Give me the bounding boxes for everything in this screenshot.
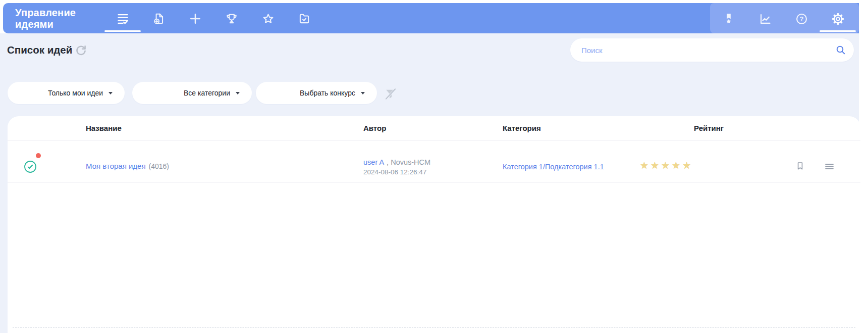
search-button[interactable] bbox=[835, 44, 847, 56]
title-cell: Моя вторая идея(4016) bbox=[86, 140, 363, 170]
app-title: Управление идеями bbox=[15, 7, 98, 30]
idea-title-link[interactable]: Моя вторая идея bbox=[86, 162, 146, 170]
chevron-down-icon bbox=[108, 92, 113, 94]
table-header-row: Название Автор Категория Рейтинг bbox=[8, 116, 860, 140]
filter-off-icon bbox=[384, 95, 398, 103]
category-link[interactable]: Категория 1/Подкатегория 1.1 bbox=[503, 163, 604, 171]
main-nav bbox=[113, 10, 314, 28]
medal-icon bbox=[722, 12, 735, 25]
chevron-down-icon bbox=[236, 92, 240, 94]
search-bar bbox=[570, 38, 854, 62]
document-plus-icon bbox=[152, 12, 166, 25]
nav-achievements[interactable] bbox=[719, 10, 739, 28]
star-icon bbox=[261, 12, 275, 26]
nav-help[interactable]: ? bbox=[791, 10, 811, 28]
menu-icon bbox=[824, 166, 835, 174]
card-bottom-divider bbox=[13, 327, 855, 328]
app-header: Управление идеями bbox=[3, 3, 859, 33]
filter-my-ideas-label: Только мои идеи bbox=[48, 89, 103, 97]
nav-document-add[interactable] bbox=[149, 10, 169, 28]
filter-categories-dropdown[interactable]: Все категории bbox=[132, 82, 252, 104]
svg-text:?: ? bbox=[799, 15, 803, 23]
created-date: 2024-08-06 12:26:47 bbox=[363, 167, 503, 177]
trophy-icon bbox=[225, 12, 238, 25]
row-menu-button[interactable] bbox=[824, 161, 835, 174]
nav-tasks[interactable] bbox=[294, 10, 314, 28]
nav-statistics[interactable] bbox=[755, 10, 775, 28]
table-row: Моя вторая идея(4016) user A, Novus-HCM … bbox=[8, 140, 860, 183]
nav-add-idea[interactable] bbox=[185, 10, 205, 28]
nav-settings[interactable] bbox=[828, 10, 848, 28]
list-check-icon bbox=[116, 12, 130, 26]
category-cell: Категория 1/Подкатегория 1.1 bbox=[503, 140, 636, 171]
search-input[interactable] bbox=[581, 38, 829, 62]
clear-filters-button[interactable] bbox=[384, 87, 398, 101]
ideas-table: Название Автор Категория Рейтинг Моя вто… bbox=[8, 116, 860, 333]
app-window: Управление идеями bbox=[0, 0, 868, 333]
author-link[interactable]: user A bbox=[363, 158, 384, 166]
column-title: Название bbox=[86, 124, 363, 132]
page-title: Список идей bbox=[7, 44, 72, 56]
column-rating: Рейтинг bbox=[636, 124, 737, 132]
author-cell: user A, Novus-HCM 2024-08-06 12:26:47 bbox=[363, 140, 503, 177]
bookmark-icon bbox=[795, 165, 805, 173]
folder-check-icon bbox=[298, 12, 311, 25]
filter-my-ideas-dropdown[interactable]: Только мои идеи bbox=[8, 82, 125, 104]
notification-dot bbox=[36, 153, 41, 158]
filter-categories-label: Все категории bbox=[184, 89, 230, 97]
status-approved-icon bbox=[24, 160, 37, 173]
rating-cell: ★★★★★ bbox=[636, 140, 737, 171]
refresh-icon bbox=[74, 51, 88, 59]
column-category: Категория bbox=[503, 124, 636, 132]
help-icon: ? bbox=[795, 12, 808, 26]
column-author: Автор bbox=[363, 124, 503, 132]
search-icon bbox=[835, 50, 847, 58]
idea-code: (4016) bbox=[149, 162, 169, 170]
status-cell bbox=[8, 140, 86, 183]
plus-icon bbox=[188, 12, 202, 26]
refresh-button[interactable] bbox=[73, 43, 88, 59]
header-right-nav: ? bbox=[719, 10, 848, 28]
rating-stars[interactable]: ★★★★★ bbox=[640, 160, 693, 171]
filter-contest-label: Выбрать конкурс bbox=[300, 89, 355, 97]
settings-gear-icon bbox=[831, 12, 845, 26]
chart-icon bbox=[758, 12, 772, 26]
actions-cell bbox=[737, 140, 860, 174]
nav-contests[interactable] bbox=[222, 10, 242, 28]
nav-favorites[interactable] bbox=[258, 10, 278, 28]
bookmark-button[interactable] bbox=[795, 161, 805, 173]
author-organization: , Novus-HCM bbox=[387, 158, 430, 166]
nav-ideas-list[interactable] bbox=[113, 10, 133, 28]
chevron-down-icon bbox=[361, 92, 365, 94]
filter-contest-dropdown[interactable]: Выбрать конкурс bbox=[256, 82, 377, 104]
